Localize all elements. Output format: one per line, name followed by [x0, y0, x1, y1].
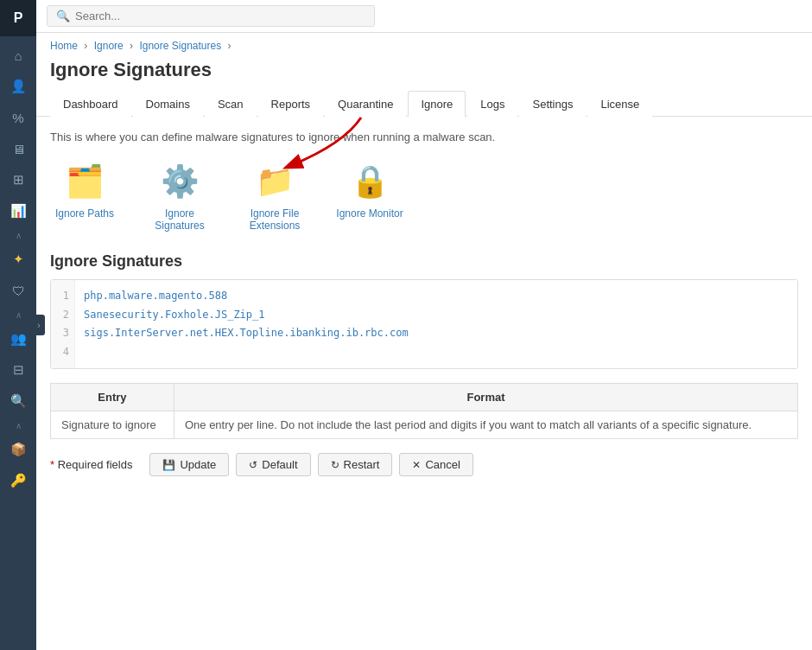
shield-icon[interactable]: 🛡 — [0, 275, 36, 306]
restart-icon: ↻ — [331, 459, 339, 471]
package-icon[interactable]: 📦 — [0, 434, 36, 465]
nav-tabs: Dashboard Domains Scan Reports Quarantin… — [36, 90, 812, 117]
table-header-format: Format — [174, 384, 797, 411]
chevron-up2-icon[interactable]: ∧ — [0, 306, 36, 323]
ignore-paths-label: Ignore Paths — [55, 207, 114, 220]
sidebar-expand-button[interactable]: › — [33, 315, 45, 335]
default-icon: ↺ — [249, 459, 257, 471]
table-icon[interactable]: ⊟ — [0, 354, 36, 386]
key-icon[interactable]: 🔑 — [0, 465, 36, 496]
tab-reports[interactable]: Reports — [258, 91, 324, 117]
icon-section: 🗂️ Ignore Paths ⚙️ Ignore Signatures 📁 I… — [50, 161, 798, 232]
table-header-entry: Entry — [51, 384, 174, 411]
default-button[interactable]: ↺ Default — [236, 453, 310, 476]
page-content: This is where you can define malware sig… — [36, 117, 812, 490]
button-group: 💾 Update ↺ Default ↻ Restart ✕ Cancel — [149, 453, 473, 476]
icon-ignore-monitor[interactable]: 🔒 Ignore Monitor — [335, 161, 404, 220]
breadcrumb-ignore-signatures[interactable]: Ignore Signatures — [139, 40, 221, 52]
ignore-signatures-icon: ⚙️ — [159, 161, 200, 202]
app-logo: P — [0, 0, 36, 36]
tab-logs[interactable]: Logs — [467, 91, 517, 117]
star-icon[interactable]: ✦ — [0, 244, 36, 275]
grid-icon[interactable]: ⊞ — [0, 164, 36, 195]
description-text: This is where you can define malware sig… — [50, 131, 798, 143]
ignore-signatures-label: Ignore Signatures — [145, 207, 214, 232]
group-icon[interactable]: 👥 — [0, 323, 36, 354]
ignore-file-extensions-label: Ignore File Extensions — [240, 207, 309, 232]
table-row-signature: Signature to ignore One entry per line. … — [51, 411, 798, 439]
code-editor[interactable]: 1 2 3 4 php.malware.magento.588 Sanesecu… — [50, 279, 798, 369]
search-input[interactable] — [75, 10, 365, 22]
cancel-button[interactable]: ✕ Cancel — [399, 453, 473, 476]
icon-ignore-paths[interactable]: 🗂️ Ignore Paths — [50, 161, 119, 220]
percent-icon[interactable]: % — [0, 102, 36, 133]
tab-quarantine[interactable]: Quarantine — [325, 91, 406, 117]
main-area: 🔍 Home › Ignore › Ignore Signatures › Ig… — [36, 0, 812, 650]
table-cell-format: One entry per line. Do not include the l… — [174, 411, 797, 439]
chart-icon[interactable]: 📊 — [0, 195, 36, 226]
ignore-paths-icon: 🗂️ — [64, 161, 105, 202]
top-bar: 🔍 — [36, 0, 812, 33]
content-area: Home › Ignore › Ignore Signatures › Igno… — [36, 33, 812, 650]
tab-domains[interactable]: Domains — [133, 91, 203, 117]
code-line-1: php.malware.magento.588 — [84, 287, 789, 306]
required-section: * Required fields 💾 Update ↺ Default ↻ R… — [50, 453, 798, 476]
tab-ignore[interactable]: Ignore — [408, 91, 466, 117]
chevron-up-icon[interactable]: ∧ — [0, 226, 36, 244]
icon-ignore-signatures[interactable]: ⚙️ Ignore Signatures — [145, 161, 214, 232]
cancel-icon: ✕ — [412, 459, 421, 471]
table-cell-label: Signature to ignore — [51, 411, 174, 439]
ignore-monitor-icon: 🔒 — [349, 161, 390, 202]
tab-scan[interactable]: Scan — [205, 91, 257, 117]
code-content: php.malware.magento.588 Sanesecurity.Fox… — [75, 280, 797, 368]
update-icon: 💾 — [162, 459, 175, 471]
code-editor-content: 1 2 3 4 php.malware.magento.588 Sanesecu… — [51, 280, 797, 368]
search-icon: 🔍 — [56, 10, 70, 22]
info-table: Entry Format Signature to ignore One ent… — [50, 383, 798, 439]
tab-license[interactable]: License — [587, 91, 652, 117]
ignore-monitor-label: Ignore Monitor — [336, 207, 403, 220]
update-button[interactable]: 💾 Update — [149, 453, 229, 476]
breadcrumb-ignore[interactable]: Ignore — [94, 40, 124, 52]
chevron-up3-icon[interactable]: ∧ — [0, 417, 36, 434]
sidebar: P ⌂ 👤 % 🖥 ⊞ 📊 ∧ ✦ 🛡 ∧ 👥 ⊟ 🔍 ∧ 📦 🔑 › — [0, 0, 36, 650]
home-icon[interactable]: ⌂ — [0, 40, 36, 71]
monitor-icon[interactable]: 🖥 — [0, 133, 36, 164]
required-label: * Required fields — [50, 458, 132, 471]
tab-settings[interactable]: Settings — [519, 91, 586, 117]
breadcrumb-home[interactable]: Home — [50, 40, 78, 52]
page-title: Ignore Signatures — [36, 55, 812, 90]
breadcrumb: Home › Ignore › Ignore Signatures › — [36, 33, 812, 55]
search2-icon[interactable]: 🔍 — [0, 386, 36, 417]
code-line-3: sigs.InterServer.net.HEX.Topline.ibankin… — [84, 324, 789, 343]
tab-dashboard[interactable]: Dashboard — [50, 91, 131, 117]
code-line-2: Sanesecurity.Foxhole.JS_Zip_1 — [84, 306, 789, 325]
restart-button[interactable]: ↻ Restart — [318, 453, 393, 476]
icon-grid: 🗂️ Ignore Paths ⚙️ Ignore Signatures 📁 I… — [50, 161, 798, 232]
icon-ignore-file-extensions[interactable]: 📁 Ignore File Extensions — [240, 161, 309, 232]
user-icon[interactable]: 👤 — [0, 71, 36, 102]
line-numbers: 1 2 3 4 — [51, 280, 75, 368]
section-title: Ignore Signatures — [50, 252, 798, 271]
search-box: 🔍 — [47, 5, 375, 27]
ignore-file-extensions-icon: 📁 — [254, 161, 295, 202]
